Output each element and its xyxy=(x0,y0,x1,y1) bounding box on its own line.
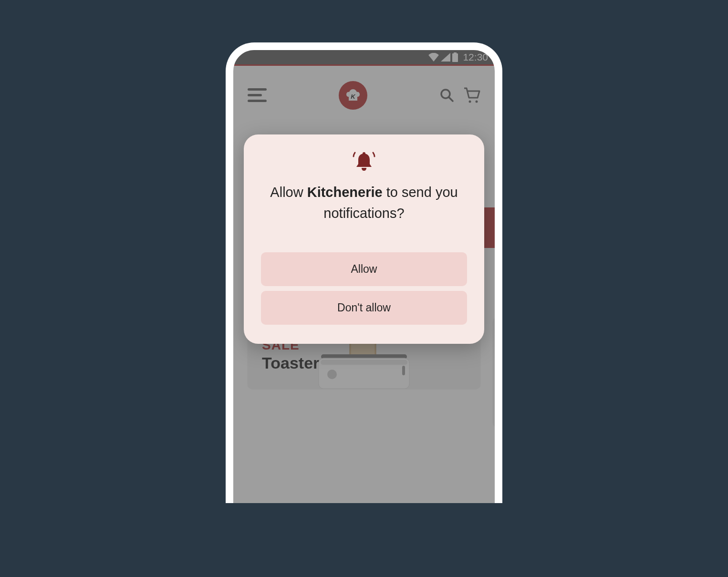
dialog-prompt-prefix: Allow xyxy=(270,185,307,200)
svg-point-14 xyxy=(363,152,365,155)
allow-button[interactable]: Allow xyxy=(261,252,467,286)
bell-ringing-icon xyxy=(352,151,376,173)
dialog-app-name: Kitchenerie xyxy=(307,185,383,200)
deny-button[interactable]: Don't allow xyxy=(261,291,467,325)
dialog-icon-container xyxy=(261,151,467,173)
phone-screen: 12:30 K xyxy=(233,50,495,503)
dialog-message: Allow Kitchenerie to send you notificati… xyxy=(261,182,467,224)
phone-frame: 12:30 K xyxy=(226,42,502,503)
notification-permission-dialog: Allow Kitchenerie to send you notificati… xyxy=(244,134,484,344)
